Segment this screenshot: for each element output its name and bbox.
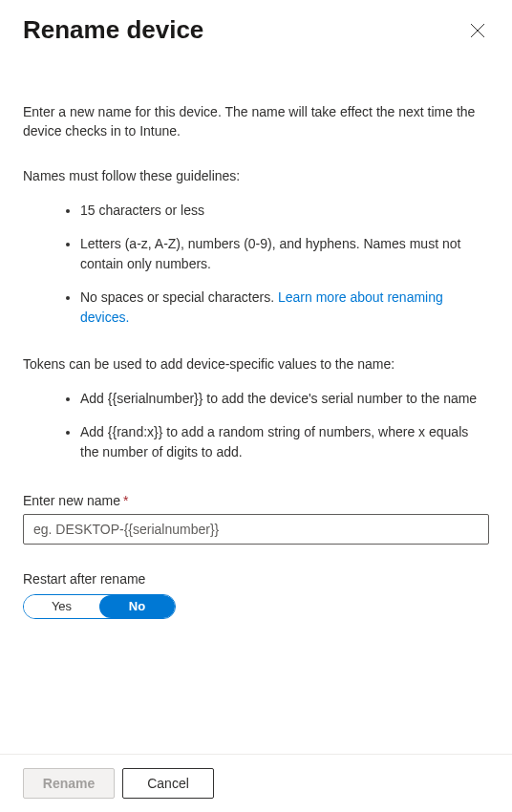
rename-button[interactable]: Rename <box>23 768 115 799</box>
required-marker: * <box>123 493 128 508</box>
name-field-label: Enter new name <box>23 493 120 508</box>
restart-toggle: Yes No <box>23 594 176 619</box>
guidelines-heading: Names must follow these guidelines: <box>23 168 489 183</box>
list-item: No spaces or special characters. Learn m… <box>80 288 489 328</box>
guidelines-list: 15 characters or less Letters (a-z, A-Z)… <box>23 201 489 328</box>
cancel-button[interactable]: Cancel <box>122 768 214 799</box>
list-item: 15 characters or less <box>80 201 489 221</box>
list-item: Letters (a-z, A-Z), numbers (0-9), and h… <box>80 234 489 274</box>
device-name-input[interactable] <box>23 514 489 545</box>
close-icon <box>470 23 485 38</box>
restart-option-no[interactable]: No <box>99 595 175 618</box>
rename-device-panel: Rename device Enter a new name for this … <box>0 0 512 812</box>
restart-option-yes[interactable]: Yes <box>24 595 99 618</box>
name-field-label-row: Enter new name* <box>23 493 489 508</box>
page-title: Rename device <box>23 15 203 45</box>
close-button[interactable] <box>466 19 489 42</box>
tokens-list: Add {{serialnumber}} to add the device's… <box>23 389 489 462</box>
list-item: Add {{rand:x}} to add a random string of… <box>80 422 489 462</box>
list-item: Add {{serialnumber}} to add the device's… <box>80 389 489 409</box>
tokens-heading: Tokens can be used to add device-specifi… <box>23 356 489 372</box>
guideline-text: No spaces or special characters. <box>80 289 278 305</box>
restart-label: Restart after rename <box>23 571 489 587</box>
panel-header: Rename device <box>23 15 489 45</box>
intro-text: Enter a new name for this device. The na… <box>23 102 489 141</box>
panel-footer: Rename Cancel <box>0 754 512 812</box>
